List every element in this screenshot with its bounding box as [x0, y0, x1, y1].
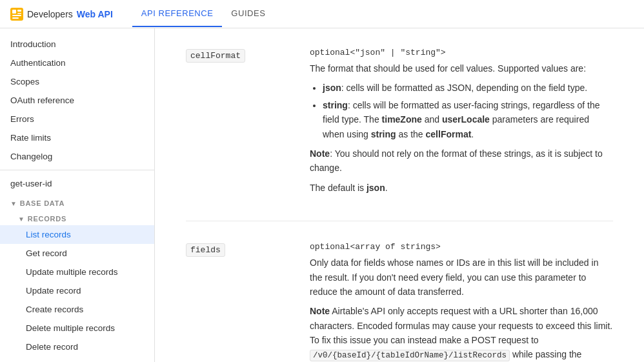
- param-note-fields: Note Airtable's API only accepts request…: [310, 304, 613, 362]
- brand: Developers Web API: [10, 8, 113, 21]
- tab-api-reference[interactable]: API REFERENCE: [132, 1, 223, 27]
- sidebar-item-scopes[interactable]: Scopes: [0, 72, 154, 91]
- param-row-cellformat: cellFormat optional<"json" | "string"> T…: [186, 48, 613, 221]
- param-details-fields: optional<array of strings> Only data for…: [310, 242, 613, 362]
- sidebar-subsection-records: ▼RECORDS: [0, 210, 154, 225]
- sidebar-item-authentication[interactable]: Authentication: [0, 54, 154, 72]
- layout: Introduction Authentication Scopes OAuth…: [0, 28, 644, 362]
- param-default-cellformat: The default is json.: [310, 181, 613, 195]
- sidebar-item-get-record[interactable]: Get record: [0, 244, 154, 263]
- sidebar-item-rate-limits[interactable]: Rate limits: [0, 128, 154, 147]
- sidebar-item-delete-multiple-records[interactable]: Delete multiple records: [0, 319, 154, 337]
- sidebar-item-errors[interactable]: Errors: [0, 110, 154, 128]
- sidebar-item-changelog[interactable]: Changelog: [0, 147, 154, 166]
- param-name-col-fields: fields: [186, 242, 289, 362]
- param-type-cellformat: optional<"json" | "string">: [310, 48, 613, 57]
- svg-rect-5: [12, 17, 19, 19]
- param-row-fields: fields optional<array of strings> Only d…: [186, 242, 613, 362]
- nav-tabs: API REFERENCE GUIDES: [132, 1, 274, 27]
- sidebar-section-base-data: ▼BASE DATA: [0, 193, 154, 210]
- param-desc-intro-cellformat: The format that should be used for cell …: [310, 61, 613, 75]
- sidebar-item-get-user-id[interactable]: get-user-id: [0, 174, 154, 193]
- param-type-fields: optional<array of strings>: [310, 242, 613, 252]
- svg-rect-1: [12, 10, 16, 14]
- param-desc-intro-fields: Only data for fields whose names or IDs …: [310, 256, 613, 299]
- param-bullet-string: string: cells will be formatted as user-…: [323, 98, 613, 141]
- top-nav: Developers Web API API REFERENCE GUIDES: [0, 0, 644, 28]
- param-name-fields: fields: [186, 243, 225, 257]
- param-name-cellformat: cellFormat: [186, 49, 245, 63]
- sidebar-item-oauth[interactable]: OAuth reference: [0, 91, 154, 110]
- param-name-col-cellformat: cellFormat: [186, 48, 289, 200]
- svg-rect-3: [17, 13, 21, 14]
- sidebar-item-list-records[interactable]: List records: [0, 225, 154, 244]
- sidebar-item-introduction[interactable]: Introduction: [0, 35, 154, 54]
- tab-guides[interactable]: GUIDES: [222, 1, 274, 27]
- brand-developers-label: Developers: [27, 9, 73, 19]
- sidebar: Introduction Authentication Scopes OAuth…: [0, 28, 155, 362]
- main-content: cellFormat optional<"json" | "string"> T…: [155, 28, 644, 362]
- svg-rect-4: [12, 15, 21, 16]
- svg-rect-2: [17, 10, 21, 12]
- sidebar-divider: [0, 170, 154, 170]
- logo-icon: [10, 8, 23, 21]
- param-bullets-cellformat: json: cells will be formatted as JSON, d…: [323, 81, 613, 141]
- param-desc-cellformat: The format that should be used for cell …: [310, 61, 613, 195]
- sidebar-item-create-records[interactable]: Create records: [0, 300, 154, 319]
- param-bullet-json: json: cells will be formatted as JSON, d…: [323, 81, 613, 95]
- param-note-cellformat: Note: You should not rely on the format …: [310, 146, 613, 176]
- param-details-cellformat: optional<"json" | "string"> The format t…: [310, 48, 613, 200]
- param-desc-fields: Only data for fields whose names or IDs …: [310, 256, 613, 362]
- brand-api-label: Web API: [77, 9, 113, 19]
- sidebar-item-delete-record[interactable]: Delete record: [0, 337, 154, 356]
- sidebar-item-update-record[interactable]: Update record: [0, 281, 154, 300]
- sidebar-item-update-multiple-records[interactable]: Update multiple records: [0, 263, 154, 281]
